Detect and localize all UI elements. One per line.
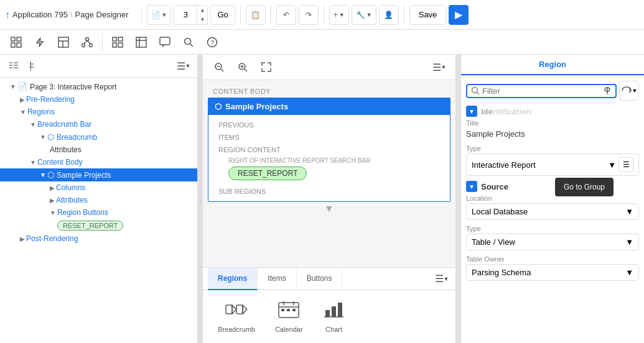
location-select[interactable]: Local Database ▼	[466, 203, 639, 220]
grid-view-btn[interactable]	[5, 32, 27, 52]
search-icon	[183, 37, 194, 48]
pin-icon	[603, 86, 612, 95]
component-grid: Breadcrumb Calendar Chart	[203, 290, 455, 343]
wrench-icon: 🔧	[356, 11, 365, 19]
region-buttons-node[interactable]: ▼ Region Buttons	[0, 206, 197, 219]
breadcrumb-attrs-node[interactable]: Attributes	[0, 144, 197, 156]
utilities-btn[interactable]: 🔧 ▼	[352, 5, 376, 25]
reset-pill-wrap: RESET_REPORT	[208, 164, 450, 185]
bottom-menu-arrow: ▼	[444, 276, 449, 282]
identification-toggle[interactable]: ▼	[466, 106, 477, 117]
document-btn[interactable]: 📄 ▼	[147, 5, 172, 25]
center-right-divider[interactable]	[455, 55, 460, 343]
svg-text:?: ?	[211, 39, 215, 46]
plus-icon: +	[334, 11, 338, 19]
page-node[interactable]: ▼ 📄 Page 3: Interactive Report	[0, 80, 197, 93]
type-select[interactable]: Interactive Report ▼ ☰	[466, 153, 639, 176]
type-select-right: ▼ ☰	[608, 157, 633, 172]
goto-group-btn[interactable]: ▼ Go to Group	[619, 81, 639, 101]
search-btn[interactable]	[177, 32, 200, 52]
undo-btn[interactable]: ↶	[276, 5, 296, 25]
table-owner-select[interactable]: Parsing Schema ▼	[466, 264, 639, 281]
svg-rect-2	[11, 43, 15, 47]
svg-line-11	[83, 40, 87, 44]
attributes-node[interactable]: ▶ Attributes	[0, 194, 197, 206]
divider-5	[404, 6, 404, 24]
lightning-btn[interactable]	[29, 32, 51, 52]
filter-bar: ▼ Go to Group	[466, 81, 639, 101]
sample-proj-icon: ⬡	[47, 170, 54, 180]
layout-btn[interactable]	[52, 32, 75, 52]
component-breadcrumb[interactable]: Breadcrumb	[208, 295, 265, 338]
location-dropdown-arrow: ▼	[625, 207, 633, 216]
go-button[interactable]: Go	[210, 5, 235, 25]
chat-icon	[159, 37, 170, 48]
svg-rect-14	[118, 37, 123, 41]
breadcrumb-comp-label: Breadcrumb	[218, 326, 255, 333]
breadcrumb-label: Breadcrumb	[57, 133, 97, 142]
sub-regions-label: SUB REGIONS	[208, 185, 450, 198]
tab-regions[interactable]: Regions	[208, 268, 258, 290]
filter-search-icon	[471, 86, 480, 95]
divider-3	[271, 6, 271, 24]
center-grid-btn[interactable]	[106, 32, 129, 52]
bottom-tab-menu-btn[interactable]: ☰ ▼	[433, 270, 450, 288]
run-button[interactable]: ▶	[449, 5, 469, 25]
expand-btn[interactable]	[255, 57, 278, 77]
sample-projects-node[interactable]: ▼ ⬡ Sample Projects	[0, 168, 197, 181]
svg-point-57	[472, 88, 478, 93]
page-down-arrow[interactable]: ▼	[197, 15, 207, 24]
list-view-btn[interactable]	[5, 57, 22, 75]
content-body-node[interactable]: ▼ Content Body	[0, 156, 197, 168]
shared-components-btn[interactable]	[76, 32, 98, 52]
svg-point-9	[82, 43, 85, 47]
regions-node[interactable]: ▼ Regions	[0, 106, 197, 118]
type-list-btn[interactable]: ☰	[618, 157, 633, 172]
page-number-input[interactable]	[174, 6, 197, 24]
pre-rendering-node[interactable]: ▶ Pre-Rendering	[0, 93, 197, 106]
scroll-indicator: ▼	[208, 202, 450, 216]
chat-btn[interactable]	[154, 32, 176, 52]
page-label: Page 3: Interactive Report	[30, 83, 116, 91]
undo-icon: ↶	[283, 11, 289, 19]
tree-view-btn[interactable]	[25, 57, 42, 75]
user-btn[interactable]: 👤	[379, 5, 399, 25]
left-menu-btn[interactable]: ☰ ▼	[175, 57, 192, 75]
tab-bar-left: Regions Items Buttons	[208, 268, 342, 290]
right-tab-region[interactable]: Region	[461, 55, 644, 75]
reset-report-node[interactable]: RESET_REPORT	[0, 219, 197, 232]
source-type-select[interactable]: Table / View ▼	[466, 234, 639, 250]
svg-marker-21	[162, 45, 165, 47]
center-table-btn[interactable]	[130, 32, 152, 52]
add-btn[interactable]: + ▼	[329, 5, 349, 25]
zoom-in-btn[interactable]	[231, 57, 254, 77]
columns-node[interactable]: ▶ Columns	[0, 181, 197, 194]
zoom-out-btn[interactable]	[208, 57, 230, 77]
component-chart[interactable]: Chart	[313, 295, 355, 338]
source-toggle[interactable]: ▼	[466, 181, 477, 192]
id-rest: ntification	[493, 107, 531, 116]
copy-btn[interactable]: 📋	[246, 5, 266, 25]
component-calendar[interactable]: Calendar	[265, 295, 313, 338]
help-btn[interactable]: ?	[201, 32, 223, 52]
center-menu-btn[interactable]: ☰ ▼	[428, 57, 450, 77]
page-up-arrow[interactable]: ▲	[197, 6, 207, 15]
tab-bar: Regions Items Buttons ☰ ▼	[203, 268, 455, 290]
tab-buttons[interactable]: Buttons	[297, 268, 343, 290]
redo-btn[interactable]: ↷	[299, 5, 319, 25]
util-arrow: ▼	[366, 12, 372, 18]
breadcrumb-node[interactable]: ▼ ⬡ Breadcrumb	[0, 130, 197, 144]
post-rendering-node[interactable]: ▶ Post-Rendering	[0, 232, 197, 245]
tab-items[interactable]: Items	[258, 268, 296, 290]
breadcrumb-bar-node[interactable]: ▼ Breadcrumb Bar	[0, 118, 197, 130]
title-field-label: Title	[466, 119, 639, 127]
title-field-group: Title Sample Projects	[466, 119, 639, 140]
filter-input[interactable]	[482, 86, 600, 96]
left-top-toolbar: ☰ ▼	[0, 55, 197, 78]
source-type-field-group: Type Table / View ▼	[466, 225, 639, 250]
save-button[interactable]: Save	[409, 5, 447, 25]
attributes-label: Attributes	[56, 196, 88, 204]
left-center-divider[interactable]: ⋮	[198, 55, 203, 343]
svg-rect-54	[332, 306, 336, 317]
id-partial: Ide	[481, 107, 493, 116]
